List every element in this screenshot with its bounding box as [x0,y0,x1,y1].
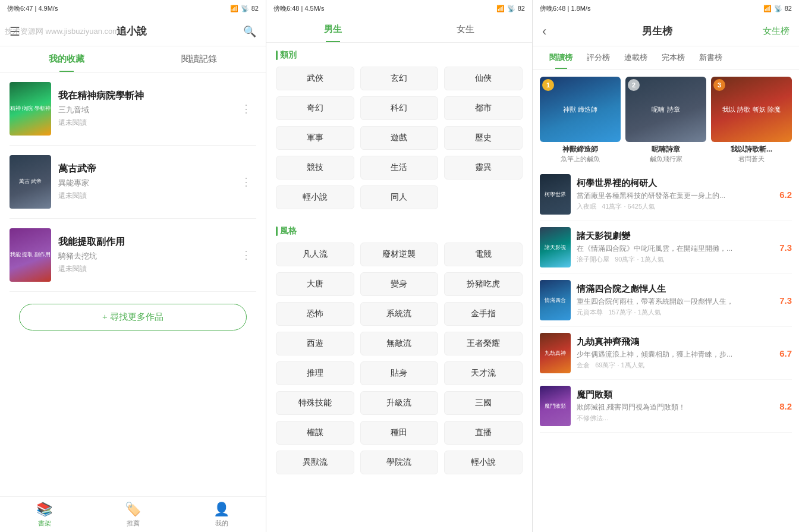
top3-title-2: 我以詩歌斬... [731,144,772,155]
category-tag[interactable]: 軍事 [276,126,354,150]
rank-title-3: 九劫真神齊飛鴻 [577,336,775,348]
style-tag[interactable]: 變身 [360,272,439,296]
style-tag[interactable]: 系統流 [360,302,439,326]
category-tag[interactable]: 科幻 [360,96,439,120]
rank-type-tab-3[interactable]: 完本榜 [655,46,692,69]
category-tag[interactable]: 輕小說 [276,185,354,209]
book-menu-icon-1[interactable]: ⋮ [236,97,256,120]
style-tag[interactable]: 金手指 [444,302,523,326]
category-tag[interactable]: 靈異 [444,156,523,180]
rank-title-4: 魔門敗類 [577,389,775,401]
rank-type-tab-4[interactable]: 新書榜 [692,46,729,69]
style-tag[interactable]: 推理 [276,361,354,385]
style-tag[interactable]: 王者榮耀 [444,332,523,355]
rank-list-item-2[interactable]: 情滿四合 情滿四合院之彪悍人生 重生四合院何雨柱，帶著系統開啟一段彪悍人生， 元… [540,274,792,327]
style-tag[interactable]: 輕小說 [444,451,523,474]
rank-list-item-4[interactable]: 魔門敗類 魔門敗類 欺師滅祖,殘害同門視為道門敗類！ 不修佛法... 8.2 [540,380,792,433]
top3-cover-text-2: 我以 詩歌 斬妖 除魔 [720,103,782,117]
style-section: 風格 凡人流廢材逆襲電競大唐變身扮豬吃虎恐怖系統流金手指西遊無敵流王者榮耀推理貼… [266,219,532,484]
tab-female[interactable]: 女生 [400,17,533,42]
category-tag[interactable]: 奇幻 [276,96,354,120]
book-menu-icon-3[interactable]: ⋮ [236,244,256,266]
tab-reading-history[interactable]: 閱讀記錄 [133,46,266,72]
style-tag[interactable]: 恐怖 [276,302,354,326]
female-rank-tab[interactable]: 女生榜 [763,26,789,37]
status-icons-3: 📶 📡 82 [763,5,792,12]
style-tag[interactable]: 凡人流 [276,243,354,266]
style-tag[interactable]: 特殊技能 [276,391,354,415]
style-tag[interactable]: 學院流 [360,451,439,474]
rank-list-item-0[interactable]: 柯學世界 柯學世界裡的柯研人 當酒廠里各種黑科技的研發落在葉更一身上的... 入… [540,168,792,221]
battery-icon-3: 82 [785,5,792,12]
style-tag[interactable]: 升級流 [360,391,439,415]
search-icon[interactable]: 🔍 [243,25,256,38]
rank-type-tab-1[interactable]: 評分榜 [580,46,617,69]
book-item[interactable]: 精神 病院 學斬神 我在精神病院學斬神 三九音域 還未閱讀 ⋮ [10,73,256,146]
category-tag[interactable]: 都市 [444,96,523,120]
style-tag[interactable]: 權謀 [276,421,354,445]
top3-item-0[interactable]: 神獸 締造師 1 神獸締造師 魚竿上的鹹魚 [540,77,621,163]
menu-icon[interactable]: ☰ [10,24,20,39]
category-tag[interactable]: 玄幻 [360,67,439,90]
top3-title-1: 呢喃詩章 [652,144,680,155]
style-tag[interactable]: 三國 [444,391,523,415]
nav-profile[interactable]: 👤 我的 [177,497,266,532]
rank-meta-4: 不修佛法... [577,414,775,423]
rank-info-4: 魔門敗類 欺師滅祖,殘害同門視為道門敗類！ 不修佛法... [577,389,775,423]
wifi-icon-2: 📡 [507,5,515,12]
ranking-panel: 傍晚6:48 | 1.8M/s 📶 📡 82 ‹ 男生榜 女生榜 閱讀榜評分榜連… [533,0,799,532]
category-tag[interactable]: 競技 [276,156,354,180]
nav-bookshelf[interactable]: 📚 書架 [0,497,89,532]
rank-type-tab-2[interactable]: 連載榜 [617,46,655,69]
status-icons-1: 📶 📡 82 [230,5,259,12]
style-tag[interactable]: 電競 [444,243,523,266]
style-tag[interactable]: 天才流 [444,361,523,385]
category-tag[interactable]: 遊戲 [360,126,439,150]
find-more-button[interactable]: + 尋找更多作品 [19,304,247,330]
rank-badge-2: 3 [713,79,725,91]
nav-recommend[interactable]: 🏷️ 推薦 [89,497,177,532]
style-tag[interactable]: 西遊 [276,332,354,355]
style-tag[interactable]: 貼身 [360,361,439,385]
category-tag[interactable]: 同人 [360,185,439,209]
nav-bookshelf-label: 書架 [38,519,51,528]
category-tag[interactable]: 武俠 [276,67,354,90]
rank-type-tab-0[interactable]: 閱讀榜 [542,46,580,69]
category-tag[interactable]: 生活 [360,156,439,180]
panel2-body: 類別 武俠玄幻仙俠奇幻科幻都市軍事遊戲歷史競技生活靈異輕小說同人 風格 凡人流廢… [266,43,532,532]
book-item[interactable]: 萬古 武帝 萬古武帝 異能專家 還未閱讀 ⋮ [10,146,256,219]
top3-cover-1: 呢喃 詩章 2 [625,77,706,142]
style-tag[interactable]: 廢材逆襲 [360,243,439,266]
rank-info-2: 情滿四合院之彪悍人生 重生四合院何雨柱，帶著系統開啟一段彪悍人生， 元資本尊 1… [577,284,775,317]
book-item[interactable]: 我能 提取 副作用 我能提取副作用 騎豬去挖坑 還未閱讀 ⋮ [10,219,256,292]
battery-icon: 82 [251,5,259,12]
rank-list-item-1[interactable]: 諸天影視 諸天影視劇變 在《情滿四合院》中叱吒風雲，在開端里開攤，... 浪子開… [540,221,792,274]
style-tag[interactable]: 大唐 [276,272,354,296]
bookshelf-panel: 傍晚6:47 | 4.9M/s 📶 📡 82 技术资源网 www.jisbuzi… [0,0,266,532]
book-author-1: 三九音域 [58,105,236,115]
book-menu-icon-2[interactable]: ⋮ [236,171,256,193]
rank-list-item-3[interactable]: 九劫真神 九劫真神齊飛鴻 少年偶遇流浪上神，傾囊相助，獲上神青睞，步... 金倉… [540,327,792,380]
rank-title-0: 柯學世界裡的柯研人 [577,178,775,189]
top3-item-2[interactable]: 我以 詩歌 斬妖 除魔 3 我以詩歌斬... 君問蒼天 [711,77,792,163]
rank-score-1: 7.3 [779,243,792,253]
top3-item-1[interactable]: 呢喃 詩章 2 呢喃詩章 鹹魚飛行家 [625,77,706,163]
rank-info-0: 柯學世界裡的柯研人 當酒廠里各種黑科技的研發落在葉更一身上的... 入夜眠 41… [577,178,775,211]
style-tag[interactable]: 種田 [360,421,439,445]
tab-my-collection[interactable]: 我的收藏 [0,46,133,72]
book-author-3: 騎豬去挖坑 [58,251,236,262]
rank-desc-3: 少年偶遇流浪上神，傾囊相助，獲上神青睞，步... [577,350,775,360]
category-tag[interactable]: 仙俠 [444,67,523,90]
style-tag[interactable]: 異獸流 [276,451,354,474]
style-tag[interactable]: 直播 [444,421,523,445]
tab-male[interactable]: 男生 [266,17,400,42]
rank-score-0: 6.2 [779,190,792,200]
style-tag[interactable]: 無敵流 [360,332,439,355]
rank-list: 柯學世界 柯學世界裡的柯研人 當酒廠里各種黑科技的研發落在葉更一身上的... 入… [533,168,799,532]
top3-title-0: 神獸締造師 [562,144,598,155]
rank-cover-3: 九劫真神 [540,333,571,373]
back-button[interactable]: ‹ [542,24,546,39]
category-tag[interactable]: 歷史 [444,126,523,150]
signal-icon: 📶 [230,5,238,12]
style-tag[interactable]: 扮豬吃虎 [444,272,523,296]
